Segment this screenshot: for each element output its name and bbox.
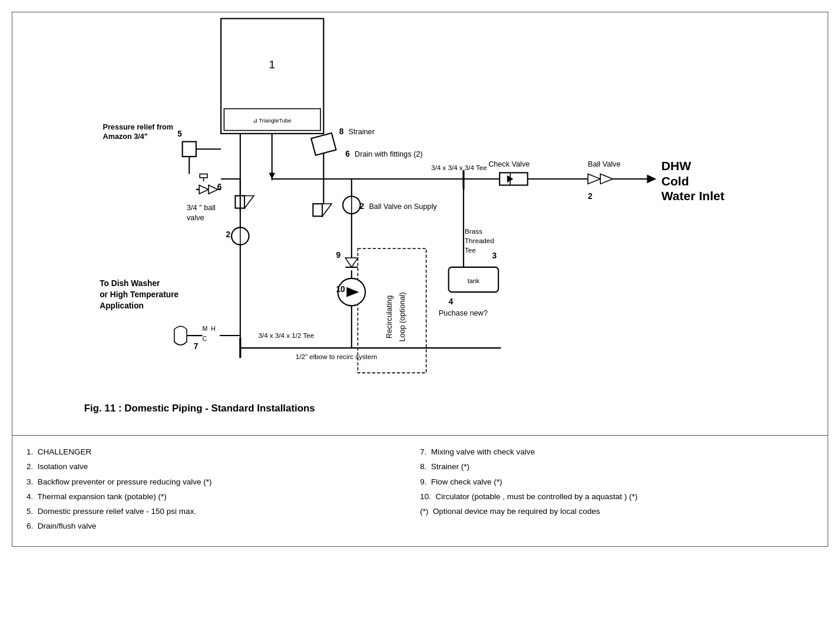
svg-rect-32 [200, 174, 207, 178]
svg-text:8: 8 [339, 127, 344, 136]
svg-marker-19 [322, 204, 332, 216]
svg-text:Amazon 3/4": Amazon 3/4" [103, 132, 148, 141]
legend-num-optional: (*) [420, 507, 428, 516]
legend-num-5: 5. [27, 507, 33, 516]
legend-columns: 1. CHALLENGER 2. Isolation valve 3. Back… [27, 446, 813, 536]
piping-diagram: ⊿ TriangleTube 1 Pressure relief from Am… [12, 12, 828, 435]
svg-text:H: H [211, 325, 216, 332]
legend-item-10: 10. Circulator (potable , must be contro… [420, 491, 813, 503]
legend-text-1: CHALLENGER [38, 447, 92, 456]
svg-text:1/2" elbow to recirc system: 1/2" elbow to recirc system [296, 353, 377, 360]
svg-marker-11 [269, 172, 275, 179]
svg-text:DHW: DHW [662, 159, 691, 172]
svg-rect-64 [500, 172, 528, 185]
legend-num-9: 9. [420, 477, 426, 486]
svg-text:Drain with fittings (2): Drain with fittings (2) [355, 150, 422, 158]
svg-text:Puchase new?: Puchase new? [439, 309, 488, 317]
svg-text:3/4 x 3/4 x 1/2 Tee: 3/4 x 3/4 x 1/2 Tee [258, 331, 314, 339]
diagram-box: ⊿ TriangleTube 1 Pressure relief from Am… [12, 12, 828, 436]
legend-left-list: 1. CHALLENGER 2. Isolation valve 3. Back… [27, 446, 420, 533]
svg-marker-77 [588, 174, 600, 184]
svg-text:3/4 " ball: 3/4 " ball [187, 204, 216, 212]
legend-text-9: Flow check valve (*) [431, 477, 502, 486]
legend-text-7: Mixing valve with check valve [431, 447, 535, 456]
legend-text-optional: Optional device may be required by local… [433, 507, 600, 516]
svg-text:or High Temperature: or High Temperature [100, 290, 178, 299]
legend-text-8: Strainer (*) [431, 462, 469, 471]
svg-text:10: 10 [336, 285, 345, 294]
legend-num-6: 6. [27, 522, 33, 530]
svg-text:C: C [202, 335, 207, 342]
legend-num-1: 1. [27, 447, 33, 456]
svg-marker-51 [345, 258, 358, 267]
svg-marker-82 [647, 175, 656, 184]
svg-text:⊿ TriangleTube: ⊿ TriangleTube [253, 117, 292, 124]
svg-text:valve: valve [187, 214, 204, 222]
legend-text-10: Circulator (potable , must be controlled… [435, 492, 637, 501]
legend-item-2: 2. Isolation valve [27, 461, 420, 473]
legend-num-3: 3. [27, 477, 33, 486]
svg-rect-0 [221, 19, 323, 134]
svg-text:2: 2 [360, 202, 365, 211]
svg-text:Loop (optional): Loop (optional) [398, 292, 406, 341]
legend-text-3: Backflow preventer or pressure reducing … [38, 477, 212, 486]
legend-item-3: 3. Backflow preventer or pressure reduci… [27, 476, 420, 488]
svg-text:To Dish Washer: To Dish Washer [100, 279, 160, 288]
svg-text:4: 4 [449, 297, 454, 306]
svg-text:9: 9 [336, 251, 340, 260]
legend-num-8: 8. [420, 462, 426, 471]
main-container: ⊿ TriangleTube 1 Pressure relief from Am… [0, 0, 840, 559]
legend-item-6: 6. Drain/flush valve [27, 520, 420, 532]
svg-text:M: M [202, 325, 207, 332]
svg-text:Check Valve: Check Valve [488, 160, 530, 168]
svg-marker-29 [199, 185, 209, 194]
svg-text:6: 6 [345, 150, 350, 158]
legend-item-9: 9. Flow check valve (*) [420, 476, 813, 488]
svg-text:1: 1 [269, 58, 275, 71]
svg-marker-30 [209, 185, 218, 194]
svg-text:5: 5 [177, 130, 182, 138]
svg-text:Brass: Brass [465, 227, 482, 235]
legend-num-7: 7. [420, 447, 426, 456]
svg-text:Ball Valve: Ball Valve [588, 160, 620, 168]
svg-rect-18 [313, 204, 322, 216]
svg-text:Cold: Cold [662, 174, 689, 188]
svg-rect-14 [311, 133, 336, 155]
legend-num-4: 4. [27, 492, 33, 501]
legend-text-2: Isolation valve [38, 462, 88, 471]
svg-text:tank: tank [468, 277, 480, 284]
svg-text:2: 2 [588, 192, 593, 201]
legend-num-10: 10. [420, 492, 431, 501]
legend-num-2: 2. [27, 462, 33, 471]
svg-marker-78 [600, 174, 613, 184]
svg-text:Threaded: Threaded [465, 237, 494, 244]
svg-text:Pressure relief from: Pressure relief from [103, 123, 174, 131]
svg-marker-24 [244, 195, 254, 208]
svg-text:Fig. 11  : Domestic Piping - S: Fig. 11 : Domestic Piping - Standard Ins… [84, 403, 315, 414]
legend-item-4: 4. Thermal expansion tank (potable) (*) [27, 491, 420, 503]
svg-text:Water Inlet: Water Inlet [662, 189, 725, 203]
legend-item-1: 1. CHALLENGER [27, 446, 420, 458]
legend-right-list: 7. Mixing valve with check valve 8. Stra… [420, 446, 813, 517]
svg-text:7: 7 [194, 342, 199, 351]
legend-box: 1. CHALLENGER 2. Isolation valve 3. Back… [12, 436, 828, 547]
legend-text-6: Drain/flush valve [38, 522, 97, 530]
legend-item-optional: (*) Optional device may be required by l… [420, 506, 813, 517]
svg-text:Application: Application [100, 301, 144, 310]
legend-item-8: 8. Strainer (*) [420, 461, 813, 473]
legend-text-5: Domestic pressure relief valve - 150 psi… [38, 507, 196, 516]
svg-text:Recirculating: Recirculating [385, 296, 393, 338]
legend-text-4: Thermal expansion tank (potable) (*) [38, 492, 167, 501]
svg-text:3/4 x 3/4 x 3/4 Tee: 3/4 x 3/4 x 3/4 Tee [431, 164, 487, 171]
svg-text:Strainer: Strainer [349, 128, 375, 136]
legend-left: 1. CHALLENGER 2. Isolation valve 3. Back… [27, 446, 420, 536]
legend-item-7: 7. Mixing valve with check valve [420, 446, 813, 458]
svg-rect-7 [183, 142, 196, 157]
legend-item-5: 5. Domestic pressure relief valve - 150 … [27, 506, 420, 517]
svg-text:2: 2 [226, 230, 231, 239]
svg-text:Ball Valve on Supply: Ball Valve on Supply [369, 203, 437, 211]
svg-text:Tee: Tee [465, 246, 476, 254]
svg-text:3: 3 [492, 251, 497, 260]
legend-right: 7. Mixing valve with check valve 8. Stra… [420, 446, 813, 536]
